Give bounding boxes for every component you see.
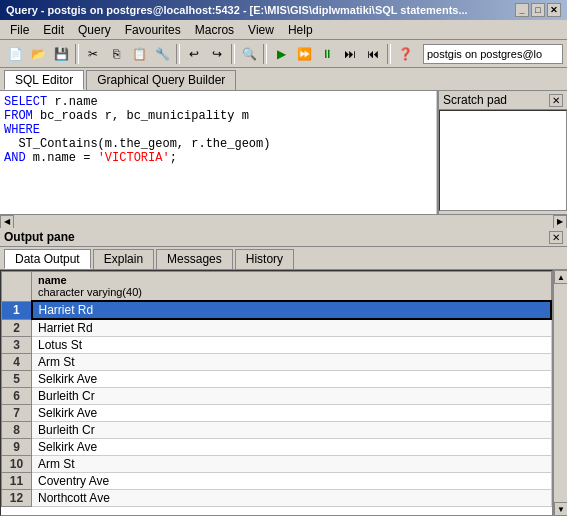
table-row[interactable]: 9Selkirk Ave bbox=[2, 439, 552, 456]
table-row[interactable]: 11Coventry Ave bbox=[2, 473, 552, 490]
title-bar: Query - postgis on postgres@localhost:54… bbox=[0, 0, 567, 20]
data-table-wrapper: name character varying(40) 1Harriet Rd2H… bbox=[0, 270, 567, 516]
row-num-cell: 3 bbox=[2, 337, 32, 354]
table-row[interactable]: 4Arm St bbox=[2, 354, 552, 371]
row-name-cell[interactable]: Coventry Ave bbox=[32, 473, 552, 490]
table-row[interactable]: 6Burleith Cr bbox=[2, 388, 552, 405]
editor-hscrollbar[interactable]: ◀ ▶ bbox=[0, 214, 567, 228]
row-name-cell[interactable]: Northcott Ave bbox=[32, 490, 552, 507]
run-button[interactable]: ▶ bbox=[270, 43, 292, 65]
menu-favourites[interactable]: Favourites bbox=[119, 21, 187, 39]
row-num-cell: 1 bbox=[2, 301, 32, 319]
row-name-cell[interactable]: Burleith Cr bbox=[32, 388, 552, 405]
row-num-cell: 7 bbox=[2, 405, 32, 422]
row-name-cell[interactable]: Lotus St bbox=[32, 337, 552, 354]
table-row[interactable]: 10Arm St bbox=[2, 456, 552, 473]
table-row[interactable]: 12Northcott Ave bbox=[2, 490, 552, 507]
output-pane: Output pane ✕ Data Output Explain Messag… bbox=[0, 228, 567, 516]
toolbar-sep-1 bbox=[75, 44, 79, 64]
run-all-button[interactable]: ⏩ bbox=[293, 43, 315, 65]
hscroll-left-button[interactable]: ◀ bbox=[0, 215, 14, 229]
menu-file[interactable]: File bbox=[4, 21, 35, 39]
row-num-cell: 4 bbox=[2, 354, 32, 371]
row-num-cell: 5 bbox=[2, 371, 32, 388]
cut-button[interactable]: ✂ bbox=[82, 43, 104, 65]
tab-history[interactable]: History bbox=[235, 249, 294, 269]
tab-explain[interactable]: Explain bbox=[93, 249, 154, 269]
scratch-pad-close[interactable]: ✕ bbox=[549, 94, 563, 107]
data-table-container[interactable]: name character varying(40) 1Harriet Rd2H… bbox=[0, 270, 553, 516]
explain-button[interactable]: ⏭ bbox=[339, 43, 361, 65]
data-table-vscrollbar[interactable]: ▲ ▼ bbox=[553, 270, 567, 516]
table-row[interactable]: 5Selkirk Ave bbox=[2, 371, 552, 388]
toolbar-sep-3 bbox=[231, 44, 235, 64]
scratch-pad-header: Scratch pad ✕ bbox=[439, 91, 567, 110]
table-row[interactable]: 1Harriet Rd bbox=[2, 301, 552, 319]
new-button[interactable]: 📄 bbox=[4, 43, 26, 65]
search-button[interactable]: 🔍 bbox=[238, 43, 260, 65]
editor-tab-bar: SQL Editor Graphical Query Builder bbox=[0, 68, 567, 91]
row-num-cell: 12 bbox=[2, 490, 32, 507]
table-row[interactable]: 8Burleith Cr bbox=[2, 422, 552, 439]
copy-button[interactable]: ⎘ bbox=[105, 43, 127, 65]
commit-button[interactable]: ⏮ bbox=[362, 43, 384, 65]
sql-editor[interactable]: SELECT r.name FROM bc_roads r, bc_munici… bbox=[0, 91, 437, 214]
main-area: SQL Editor Graphical Query Builder SELEC… bbox=[0, 68, 567, 516]
paste-button[interactable]: 📋 bbox=[128, 43, 150, 65]
undo-button[interactable]: ↩ bbox=[183, 43, 205, 65]
row-name-cell[interactable]: Harriet Rd bbox=[32, 301, 552, 319]
vscroll-up-button[interactable]: ▲ bbox=[554, 270, 567, 284]
output-tabs: Data Output Explain Messages History bbox=[0, 247, 567, 270]
scratch-pad-title: Scratch pad bbox=[443, 93, 507, 107]
scratch-pad-content[interactable] bbox=[439, 110, 567, 211]
tab-messages[interactable]: Messages bbox=[156, 249, 233, 269]
row-name-cell[interactable]: Selkirk Ave bbox=[32, 371, 552, 388]
table-row[interactable]: 7Selkirk Ave bbox=[2, 405, 552, 422]
find-button[interactable]: 🔧 bbox=[151, 43, 173, 65]
row-name-cell[interactable]: Arm St bbox=[32, 354, 552, 371]
table-row[interactable]: 2Harriet Rd bbox=[2, 319, 552, 337]
output-pane-header: Output pane ✕ bbox=[0, 228, 567, 247]
tab-graphical-query-builder[interactable]: Graphical Query Builder bbox=[86, 70, 236, 90]
row-name-cell[interactable]: Selkirk Ave bbox=[32, 439, 552, 456]
row-name-cell[interactable]: Burleith Cr bbox=[32, 422, 552, 439]
tab-data-output[interactable]: Data Output bbox=[4, 249, 91, 269]
table-row[interactable]: 3Lotus St bbox=[2, 337, 552, 354]
toolbar: 📄 📂 💾 ✂ ⎘ 📋 🔧 ↩ ↪ 🔍 ▶ ⏩ ⏸ ⏭ ⏮ ❓ bbox=[0, 40, 567, 68]
hscroll-right-button[interactable]: ▶ bbox=[553, 215, 567, 229]
output-pane-close[interactable]: ✕ bbox=[549, 231, 563, 244]
toolbar-sep-5 bbox=[387, 44, 391, 64]
menu-help[interactable]: Help bbox=[282, 21, 319, 39]
title-bar-controls: _ □ ✕ bbox=[515, 3, 561, 17]
menu-macros[interactable]: Macros bbox=[189, 21, 240, 39]
vscroll-track[interactable] bbox=[554, 284, 567, 502]
row-num-cell: 8 bbox=[2, 422, 32, 439]
menu-edit[interactable]: Edit bbox=[37, 21, 70, 39]
server-input[interactable] bbox=[423, 44, 563, 64]
row-num-cell: 10 bbox=[2, 456, 32, 473]
col-header-rownum bbox=[2, 272, 32, 302]
row-num-cell: 6 bbox=[2, 388, 32, 405]
vscroll-down-button[interactable]: ▼ bbox=[554, 502, 567, 516]
sql-editor-content: SELECT r.name FROM bc_roads r, bc_munici… bbox=[0, 91, 567, 214]
row-num-cell: 11 bbox=[2, 473, 32, 490]
maximize-button[interactable]: □ bbox=[531, 3, 545, 17]
save-button[interactable]: 💾 bbox=[50, 43, 72, 65]
minimize-button[interactable]: _ bbox=[515, 3, 529, 17]
output-pane-title: Output pane bbox=[4, 230, 75, 244]
open-button[interactable]: 📂 bbox=[27, 43, 49, 65]
menu-bar: File Edit Query Favourites Macros View H… bbox=[0, 20, 567, 40]
stop-button[interactable]: ⏸ bbox=[316, 43, 338, 65]
title-text: Query - postgis on postgres@localhost:54… bbox=[6, 4, 468, 16]
row-name-cell[interactable]: Selkirk Ave bbox=[32, 405, 552, 422]
tab-sql-editor[interactable]: SQL Editor bbox=[4, 70, 84, 90]
close-button[interactable]: ✕ bbox=[547, 3, 561, 17]
row-name-cell[interactable]: Harriet Rd bbox=[32, 319, 552, 337]
redo-button[interactable]: ↪ bbox=[206, 43, 228, 65]
menu-query[interactable]: Query bbox=[72, 21, 117, 39]
menu-view[interactable]: View bbox=[242, 21, 280, 39]
toolbar-sep-4 bbox=[263, 44, 267, 64]
help-toolbar-button[interactable]: ❓ bbox=[394, 43, 416, 65]
col-header-name: name character varying(40) bbox=[32, 272, 552, 302]
row-name-cell[interactable]: Arm St bbox=[32, 456, 552, 473]
